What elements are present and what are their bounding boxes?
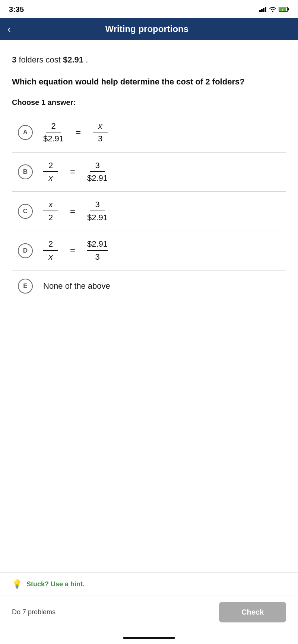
signal-icon xyxy=(259,6,267,12)
option-c-rhs: 3 $2.91 xyxy=(87,200,108,222)
problem-statement: 3 folders cost $2.91 . xyxy=(12,54,286,66)
option-c-lhs-num: x xyxy=(43,200,58,211)
option-c-equals: = xyxy=(70,206,75,217)
option-b-rhs-den: $2.91 xyxy=(87,173,108,183)
option-a-lhs: 2 $2.91 xyxy=(43,121,64,144)
svg-rect-7 xyxy=(288,8,289,10)
check-button[interactable]: Check xyxy=(219,602,286,622)
hint-icon: 💡 xyxy=(12,579,22,589)
option-e-text: None of the above xyxy=(43,281,110,291)
option-b-rhs-num: 3 xyxy=(90,161,105,172)
option-b-equals: = xyxy=(70,167,75,177)
option-a-rhs-den: 3 xyxy=(93,133,108,144)
option-c-rhs-num: 3 xyxy=(90,200,105,211)
option-b[interactable]: B 2 x = 3 $2.91 xyxy=(12,153,286,192)
option-e[interactable]: E None of the above xyxy=(12,270,286,302)
status-time: 3:35 xyxy=(9,5,24,14)
option-a-rhs-num: x xyxy=(93,121,108,132)
option-d-rhs-num: $2.91 xyxy=(87,239,108,250)
svg-rect-1 xyxy=(261,9,263,12)
header: ‹ Writing proportions xyxy=(0,18,298,40)
wifi-icon xyxy=(269,6,276,12)
choose-label: Choose 1 answer: xyxy=(12,98,286,107)
hint-text: Stuck? Use a hint. xyxy=(26,580,85,588)
svg-rect-2 xyxy=(263,8,264,12)
option-d-rhs: $2.91 3 xyxy=(87,239,108,262)
option-b-lhs: 2 x xyxy=(43,161,58,183)
status-bar: 3:35 ⚡ xyxy=(0,0,298,18)
option-a-circle: A xyxy=(18,125,33,140)
answer-options: A 2 $2.91 = x 3 B 2 x = xyxy=(12,113,286,302)
option-c-rhs-den: $2.91 xyxy=(87,212,108,222)
home-indicator xyxy=(0,631,298,644)
problem-amount: $2.91 xyxy=(63,55,83,64)
page-title: Writing proportions xyxy=(17,24,277,34)
battery-icon: ⚡ xyxy=(279,6,289,12)
option-a-rhs: x 3 xyxy=(93,121,108,144)
status-icons: ⚡ xyxy=(259,6,289,12)
question-text: Which equation would help determine the … xyxy=(12,76,286,88)
option-a-lhs-num: 2 xyxy=(46,121,61,132)
svg-text:⚡: ⚡ xyxy=(280,8,285,12)
option-d-lhs-num: 2 xyxy=(43,239,58,250)
footer-bar: Do 7 problems Check xyxy=(0,596,298,631)
home-bar xyxy=(123,637,175,639)
option-d-lhs: 2 x xyxy=(43,239,58,262)
main-content: 3 folders cost $2.91 . Which equation wo… xyxy=(0,40,298,302)
option-a-lhs-den: $2.91 xyxy=(43,133,64,144)
option-b-content: 2 x = 3 $2.91 xyxy=(43,161,108,183)
option-d-lhs-den: x xyxy=(43,251,58,262)
problem-number: 3 xyxy=(12,55,16,64)
option-b-lhs-num: 2 xyxy=(43,161,58,172)
option-c[interactable]: C x 2 = 3 $2.91 xyxy=(12,192,286,231)
option-b-circle: B xyxy=(18,164,33,179)
option-d[interactable]: D 2 x = $2.91 3 xyxy=(12,231,286,270)
option-e-circle: E xyxy=(18,279,33,294)
option-d-content: 2 x = $2.91 3 xyxy=(43,239,108,262)
hint-bar[interactable]: 💡 Stuck? Use a hint. xyxy=(0,572,298,596)
option-d-rhs-den: 3 xyxy=(90,251,105,262)
option-a-content: 2 $2.91 = x 3 xyxy=(43,121,108,144)
svg-rect-0 xyxy=(259,10,261,12)
option-c-circle: C xyxy=(18,204,33,219)
option-b-rhs: 3 $2.91 xyxy=(87,161,108,183)
option-c-lhs: x 2 xyxy=(43,200,58,222)
bottom-area: 💡 Stuck? Use a hint. Do 7 problems Check xyxy=(0,572,298,644)
option-d-equals: = xyxy=(70,246,75,256)
do-problems-label: Do 7 problems xyxy=(12,608,56,616)
option-c-content: x 2 = 3 $2.91 xyxy=(43,200,108,222)
svg-rect-3 xyxy=(265,7,266,12)
option-a[interactable]: A 2 $2.91 = x 3 xyxy=(12,113,286,153)
option-b-lhs-den: x xyxy=(43,173,58,183)
option-a-equals: = xyxy=(76,127,81,138)
option-c-lhs-den: 2 xyxy=(43,212,58,222)
back-button[interactable]: ‹ xyxy=(7,24,11,34)
option-d-circle: D xyxy=(18,243,33,258)
